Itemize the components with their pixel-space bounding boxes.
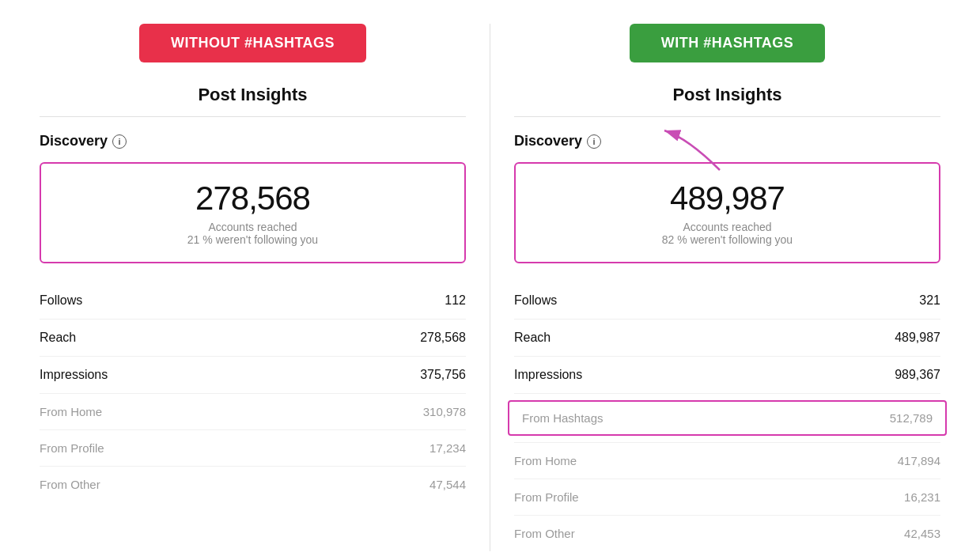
left-stat-from-other: From Other 47,544 [40, 467, 466, 502]
right-discovery-label: Discovery i [514, 133, 940, 149]
left-discovery-label: Discovery i [40, 133, 466, 149]
left-highlight-box: 278,568 Accounts reached 21 % weren't fo… [40, 162, 466, 263]
left-badge: WITHOUT #HASHTAGS [40, 24, 466, 62]
left-panel: WITHOUT #HASHTAGS Post Insights Discover… [16, 24, 490, 551]
right-info-icon: i [587, 134, 601, 149]
left-stat-from-profile: From Profile 17,234 [40, 430, 466, 467]
left-big-number: 278,568 [60, 180, 445, 217]
left-info-icon: i [112, 134, 127, 149]
right-stat-from-hashtags-wrapper: From Hashtags 512,789 [514, 394, 940, 443]
left-not-following: 21 % weren't following you [60, 233, 445, 246]
left-stat-reach: Reach 278,568 [40, 320, 466, 357]
right-section-title: Post Insights [514, 85, 940, 117]
left-stat-from-home: From Home 310,978 [40, 394, 466, 430]
main-container: WITHOUT #HASHTAGS Post Insights Discover… [16, 24, 964, 551]
right-stat-follows: Follows 321 [514, 282, 940, 320]
right-stat-from-other: From Other 42,453 [514, 516, 940, 551]
left-stat-impressions: Impressions 375,756 [40, 357, 466, 394]
left-accounts-reached: Accounts reached [60, 221, 445, 233]
right-stat-from-hashtags: From Hashtags 512,789 [508, 400, 947, 436]
left-section-title: Post Insights [40, 85, 466, 117]
right-not-following: 82 % weren't following you [535, 233, 920, 246]
with-hashtags-button: WITH #HASHTAGS [630, 24, 826, 62]
left-stat-follows: Follows 112 [40, 282, 466, 320]
right-panel: WITH #HASHTAGS Post Insights Discovery i… [490, 24, 964, 551]
right-stat-impressions: Impressions 989,367 [514, 357, 940, 394]
right-accounts-reached: Accounts reached [535, 221, 920, 233]
without-hashtags-button: WITHOUT #HASHTAGS [139, 24, 366, 62]
right-stat-reach: Reach 489,987 [514, 320, 940, 357]
right-highlight-box: 489,987 Accounts reached 82 % weren't fo… [514, 162, 940, 263]
right-badge: WITH #HASHTAGS [514, 24, 940, 62]
right-stat-from-profile: From Profile 16,231 [514, 479, 940, 516]
right-stat-from-home: From Home 417,894 [514, 443, 940, 479]
right-big-number: 489,987 [535, 180, 920, 217]
